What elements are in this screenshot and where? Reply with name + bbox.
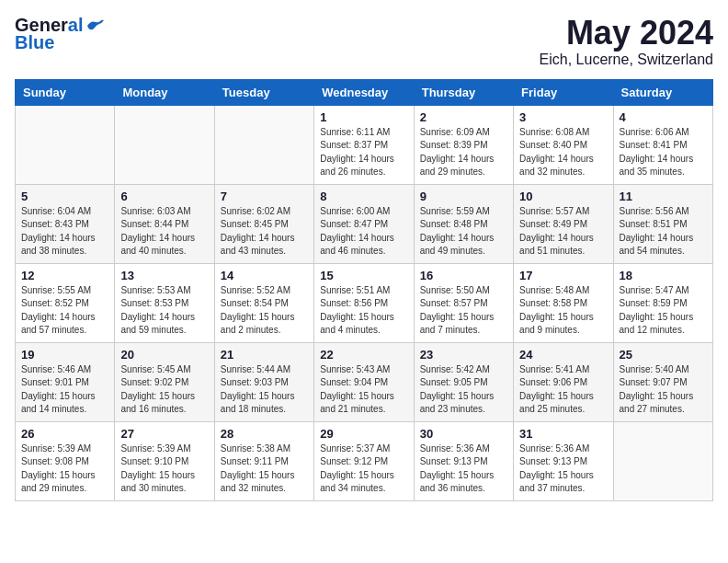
calendar-week-row: 19Sunrise: 5:46 AM Sunset: 9:01 PM Dayli…	[16, 342, 713, 421]
day-number: 10	[519, 190, 607, 203]
day-number: 25	[620, 348, 707, 362]
day-number: 15	[320, 269, 407, 282]
calendar-week-row: 1Sunrise: 6:11 AM Sunset: 8:37 PM Daylig…	[16, 105, 713, 184]
table-row: 8Sunrise: 6:00 AM Sunset: 8:47 PM Daylig…	[314, 184, 414, 263]
day-info: Sunrise: 6:06 AM Sunset: 8:41 PM Dayligh…	[620, 126, 707, 179]
day-info: Sunrise: 5:55 AM Sunset: 8:52 PM Dayligh…	[21, 284, 108, 338]
table-row: 18Sunrise: 5:47 AM Sunset: 8:59 PM Dayli…	[613, 263, 712, 342]
table-row: 26Sunrise: 5:39 AM Sunset: 9:08 PM Dayli…	[16, 421, 115, 500]
table-row: 29Sunrise: 5:37 AM Sunset: 9:12 PM Dayli…	[314, 421, 414, 500]
table-row	[115, 105, 214, 184]
day-info: Sunrise: 5:56 AM Sunset: 8:51 PM Dayligh…	[620, 205, 707, 259]
table-row: 1Sunrise: 6:11 AM Sunset: 8:37 PM Daylig…	[314, 105, 414, 184]
day-info: Sunrise: 5:53 AM Sunset: 8:53 PM Dayligh…	[120, 284, 208, 338]
table-row: 17Sunrise: 5:48 AM Sunset: 8:58 PM Dayli…	[514, 263, 613, 342]
day-info: Sunrise: 6:02 AM Sunset: 8:45 PM Dayligh…	[221, 205, 308, 259]
table-row	[214, 105, 313, 184]
day-info: Sunrise: 5:51 AM Sunset: 8:56 PM Dayligh…	[320, 284, 407, 338]
day-info: Sunrise: 5:59 AM Sunset: 8:48 PM Dayligh…	[420, 205, 507, 259]
table-row: 31Sunrise: 5:36 AM Sunset: 9:13 PM Dayli…	[514, 421, 613, 500]
day-number: 8	[320, 190, 407, 203]
table-row: 24Sunrise: 5:41 AM Sunset: 9:06 PM Dayli…	[514, 342, 613, 421]
day-number: 16	[420, 269, 507, 282]
header-saturday: Saturday	[613, 79, 712, 105]
day-info: Sunrise: 5:41 AM Sunset: 9:06 PM Dayligh…	[519, 363, 607, 417]
day-number: 31	[519, 427, 607, 441]
day-number: 28	[221, 427, 308, 441]
day-info: Sunrise: 5:40 AM Sunset: 9:07 PM Dayligh…	[620, 363, 707, 417]
day-info: Sunrise: 5:38 AM Sunset: 9:11 PM Dayligh…	[221, 442, 308, 496]
table-row: 13Sunrise: 5:53 AM Sunset: 8:53 PM Dayli…	[115, 263, 214, 342]
day-info: Sunrise: 5:48 AM Sunset: 8:58 PM Dayligh…	[519, 284, 607, 338]
day-info: Sunrise: 5:47 AM Sunset: 8:59 PM Dayligh…	[620, 284, 707, 338]
day-info: Sunrise: 5:50 AM Sunset: 8:57 PM Dayligh…	[420, 284, 507, 338]
table-row: 4Sunrise: 6:06 AM Sunset: 8:41 PM Daylig…	[613, 105, 712, 184]
day-number: 26	[21, 427, 108, 441]
day-info: Sunrise: 6:00 AM Sunset: 8:47 PM Dayligh…	[320, 205, 407, 259]
logo-bird-icon	[85, 18, 106, 33]
table-row: 30Sunrise: 5:36 AM Sunset: 9:13 PM Dayli…	[414, 421, 513, 500]
day-info: Sunrise: 5:46 AM Sunset: 9:01 PM Dayligh…	[21, 363, 108, 417]
day-info: Sunrise: 6:11 AM Sunset: 8:37 PM Dayligh…	[320, 126, 407, 179]
header-thursday: Thursday	[414, 79, 513, 105]
table-row: 21Sunrise: 5:44 AM Sunset: 9:03 PM Dayli…	[214, 342, 313, 421]
day-number: 24	[519, 348, 607, 362]
table-row: 3Sunrise: 6:08 AM Sunset: 8:40 PM Daylig…	[514, 105, 613, 184]
table-row: 20Sunrise: 5:45 AM Sunset: 9:02 PM Dayli…	[115, 342, 214, 421]
day-number: 27	[120, 427, 208, 441]
day-number: 13	[120, 269, 208, 282]
day-info: Sunrise: 6:08 AM Sunset: 8:40 PM Dayligh…	[519, 126, 607, 179]
day-number: 6	[120, 190, 208, 203]
day-info: Sunrise: 5:42 AM Sunset: 9:05 PM Dayligh…	[420, 363, 507, 417]
location-title: Eich, Lucerne, Switzerland	[540, 52, 713, 68]
day-number: 14	[221, 269, 308, 282]
day-number: 17	[519, 269, 607, 282]
day-number: 3	[519, 110, 607, 124]
month-title: May 2024	[540, 15, 713, 52]
day-info: Sunrise: 5:52 AM Sunset: 8:54 PM Dayligh…	[221, 284, 308, 338]
day-info: Sunrise: 5:36 AM Sunset: 9:13 PM Dayligh…	[420, 442, 507, 496]
day-number: 9	[420, 190, 507, 203]
table-row: 25Sunrise: 5:40 AM Sunset: 9:07 PM Dayli…	[613, 342, 712, 421]
header-monday: Monday	[115, 79, 214, 105]
day-number: 29	[320, 427, 407, 441]
table-row: 2Sunrise: 6:09 AM Sunset: 8:39 PM Daylig…	[414, 105, 513, 184]
day-number: 20	[120, 348, 208, 362]
calendar-table: Sunday Monday Tuesday Wednesday Thursday…	[15, 79, 713, 501]
table-row: 5Sunrise: 6:04 AM Sunset: 8:43 PM Daylig…	[16, 184, 115, 263]
table-row: 6Sunrise: 6:03 AM Sunset: 8:44 PM Daylig…	[115, 184, 214, 263]
day-number: 2	[420, 110, 507, 124]
table-row	[613, 421, 712, 500]
day-info: Sunrise: 5:43 AM Sunset: 9:04 PM Dayligh…	[320, 363, 407, 417]
header-friday: Friday	[514, 79, 613, 105]
day-number: 21	[221, 348, 308, 362]
day-info: Sunrise: 5:57 AM Sunset: 8:49 PM Dayligh…	[519, 205, 607, 259]
day-number: 22	[320, 348, 407, 362]
header-tuesday: Tuesday	[214, 79, 313, 105]
day-number: 7	[221, 190, 308, 203]
calendar-week-row: 5Sunrise: 6:04 AM Sunset: 8:43 PM Daylig…	[16, 184, 713, 263]
table-row: 16Sunrise: 5:50 AM Sunset: 8:57 PM Dayli…	[414, 263, 513, 342]
day-number: 1	[320, 110, 407, 124]
day-info: Sunrise: 6:04 AM Sunset: 8:43 PM Dayligh…	[21, 205, 108, 259]
table-row: 12Sunrise: 5:55 AM Sunset: 8:52 PM Dayli…	[16, 263, 115, 342]
table-row: 7Sunrise: 6:02 AM Sunset: 8:45 PM Daylig…	[214, 184, 313, 263]
day-number: 23	[420, 348, 507, 362]
day-info: Sunrise: 6:03 AM Sunset: 8:44 PM Dayligh…	[120, 205, 208, 259]
day-number: 11	[620, 190, 707, 203]
day-number: 5	[21, 190, 108, 203]
day-info: Sunrise: 6:09 AM Sunset: 8:39 PM Dayligh…	[420, 126, 507, 179]
page-header: General Blue May 2024 Eich, Lucerne, Swi…	[15, 15, 713, 68]
calendar-header-row: Sunday Monday Tuesday Wednesday Thursday…	[16, 79, 713, 105]
calendar-week-row: 26Sunrise: 5:39 AM Sunset: 9:08 PM Dayli…	[16, 421, 713, 500]
table-row: 15Sunrise: 5:51 AM Sunset: 8:56 PM Dayli…	[314, 263, 414, 342]
day-number: 12	[21, 269, 108, 282]
header-wednesday: Wednesday	[314, 79, 414, 105]
logo: General Blue	[15, 15, 106, 53]
day-number: 18	[620, 269, 707, 282]
calendar-week-row: 12Sunrise: 5:55 AM Sunset: 8:52 PM Dayli…	[16, 263, 713, 342]
table-row: 23Sunrise: 5:42 AM Sunset: 9:05 PM Dayli…	[414, 342, 513, 421]
day-number: 19	[21, 348, 108, 362]
table-row: 19Sunrise: 5:46 AM Sunset: 9:01 PM Dayli…	[16, 342, 115, 421]
day-number: 30	[420, 427, 507, 441]
